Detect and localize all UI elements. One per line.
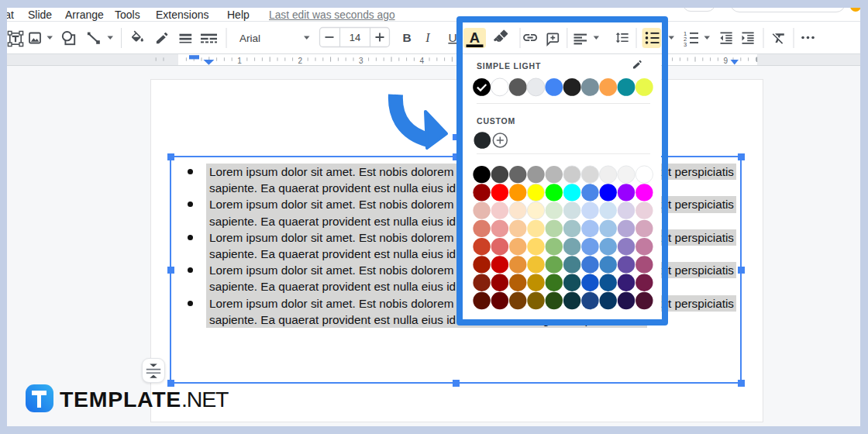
svg-text:3: 3 [684, 41, 687, 48]
svg-text:I: I [425, 31, 430, 44]
svg-text:U: U [448, 31, 456, 44]
svg-text:14: 14 [350, 32, 360, 43]
svg-text:3: 3 [359, 57, 363, 65]
svg-text:9: 9 [723, 57, 728, 65]
svg-text:Arial: Arial [239, 33, 260, 44]
svg-text:1: 1 [237, 57, 242, 65]
svg-text:B: B [402, 31, 411, 44]
svg-text:2: 2 [298, 57, 303, 65]
svg-text:4: 4 [419, 57, 424, 65]
